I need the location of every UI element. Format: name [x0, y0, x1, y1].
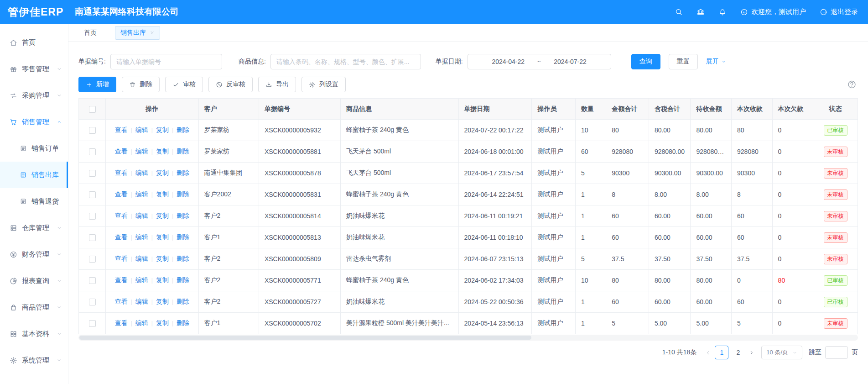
row-action-edit[interactable]: 编辑: [135, 255, 148, 262]
row-action-edit[interactable]: 编辑: [135, 190, 148, 198]
row-action-delete[interactable]: 删除: [177, 319, 189, 326]
audit-button[interactable]: 审核: [165, 77, 203, 92]
row-action-view[interactable]: 查看: [115, 147, 128, 155]
horizontal-scrollbar[interactable]: [78, 335, 858, 341]
sidebar-item-home[interactable]: 首页: [0, 29, 68, 56]
sidebar-item-purchase[interactable]: 采购管理: [0, 82, 68, 109]
tab-sales-outbound[interactable]: 销售出库: [115, 26, 160, 40]
sidebar-item-warehouse[interactable]: 仓库管理: [0, 215, 68, 241]
row-checkbox[interactable]: [89, 299, 96, 305]
sidebar-item-retail[interactable]: 零售管理: [0, 56, 68, 82]
date-range-picker[interactable]: 2024-04-22 ~ 2024-07-22: [468, 54, 611, 69]
row-action-copy[interactable]: 复制: [156, 319, 169, 326]
row-action-view[interactable]: 查看: [115, 233, 128, 241]
row-action-edit[interactable]: 编辑: [135, 319, 148, 326]
row-action-copy[interactable]: 复制: [156, 169, 169, 176]
row-action-delete[interactable]: 删除: [177, 126, 189, 133]
sidebar-item-report[interactable]: 报表查询: [0, 268, 68, 294]
sidebar-item-finance[interactable]: 财务管理: [0, 241, 68, 268]
bill-no-input[interactable]: [110, 54, 222, 69]
row-action-copy[interactable]: 复制: [156, 147, 169, 155]
sidebar-item-sales-order[interactable]: 销售订单: [0, 135, 68, 162]
action-separator: |: [172, 191, 173, 198]
row-action-edit[interactable]: 编辑: [135, 298, 148, 305]
bank-icon[interactable]: [696, 8, 705, 16]
bell-icon[interactable]: [718, 8, 727, 16]
date-start-value[interactable]: 2024-04-22: [492, 58, 525, 65]
unaudit-button[interactable]: 反审核: [208, 77, 253, 92]
reset-button[interactable]: 重置: [669, 54, 698, 69]
row-action-copy[interactable]: 复制: [156, 190, 169, 198]
row-action-copy[interactable]: 复制: [156, 276, 169, 284]
row-action-edit[interactable]: 编辑: [135, 233, 148, 241]
close-icon[interactable]: [150, 30, 155, 35]
column-settings-button[interactable]: 列设置: [301, 77, 346, 92]
row-action-view[interactable]: 查看: [115, 255, 128, 262]
row-action-view[interactable]: 查看: [115, 190, 128, 198]
row-checkbox[interactable]: [89, 320, 96, 327]
row-checkbox[interactable]: [89, 191, 96, 198]
jump-page-input[interactable]: [825, 346, 848, 359]
row-action-delete[interactable]: 删除: [177, 233, 189, 241]
row-action-view[interactable]: 查看: [115, 212, 128, 219]
row-action-delete[interactable]: 删除: [177, 212, 189, 219]
row-action-edit[interactable]: 编辑: [135, 169, 148, 176]
date-end-value[interactable]: 2024-07-22: [554, 58, 587, 65]
row-checkbox[interactable]: [89, 277, 96, 284]
page-button-1[interactable]: 1: [715, 346, 728, 359]
sidebar-item-sales[interactable]: 销售管理: [0, 109, 68, 135]
search-icon[interactable]: [675, 8, 683, 16]
row-action-delete[interactable]: 删除: [177, 276, 189, 284]
row-action-copy[interactable]: 复制: [156, 126, 169, 133]
welcome-user[interactable]: 欢迎您，测试用户: [740, 8, 806, 16]
help-icon[interactable]: [847, 80, 857, 89]
sidebar-item-system[interactable]: 系统管理: [0, 347, 68, 373]
row-checkbox[interactable]: [89, 148, 96, 155]
row-action-view[interactable]: 查看: [115, 276, 128, 284]
prev-page-button[interactable]: [705, 350, 711, 356]
row-action-delete[interactable]: 删除: [177, 298, 189, 305]
product-info-input[interactable]: [270, 54, 421, 69]
sidebar-item-product[interactable]: 商品管理: [0, 294, 68, 321]
row-action-view[interactable]: 查看: [115, 126, 128, 133]
row-action-delete[interactable]: 删除: [177, 147, 189, 155]
row-action-delete[interactable]: 删除: [177, 190, 189, 198]
row-checkbox[interactable]: [89, 127, 96, 134]
search-button[interactable]: 查询: [631, 54, 660, 69]
row-action-copy[interactable]: 复制: [156, 233, 169, 241]
tab-home[interactable]: 首页: [78, 26, 102, 40]
expand-link[interactable]: 展开: [706, 58, 727, 66]
sidebar-item-sales-outbound[interactable]: 销售出库: [0, 162, 68, 188]
row-checkbox[interactable]: [89, 213, 96, 220]
row-action-delete[interactable]: 删除: [177, 169, 189, 176]
row-action-view[interactable]: 查看: [115, 298, 128, 305]
sidebar-item-sales-return[interactable]: 销售退货: [0, 188, 68, 215]
page-button-2[interactable]: 2: [731, 346, 745, 359]
row-action-edit[interactable]: 编辑: [135, 276, 148, 284]
logout-button[interactable]: 退出登录: [820, 8, 858, 16]
row-action-edit[interactable]: 编辑: [135, 147, 148, 155]
sidebar-item-basic-data[interactable]: 基本资料: [0, 321, 68, 347]
next-page-button[interactable]: [748, 350, 754, 356]
export-button[interactable]: 导出: [258, 77, 296, 92]
row-checkbox[interactable]: [89, 234, 96, 241]
row-action-edit[interactable]: 编辑: [135, 126, 148, 133]
cart-icon: [10, 118, 17, 126]
user-smile-icon: [740, 8, 748, 16]
row-action-delete[interactable]: 删除: [177, 255, 189, 262]
grid-icon: [10, 330, 17, 338]
row-action-view[interactable]: 查看: [115, 319, 128, 326]
add-button[interactable]: 新增: [78, 77, 116, 92]
scrollbar-thumb[interactable]: [79, 336, 531, 340]
row-action-edit[interactable]: 编辑: [135, 212, 148, 219]
page-size-select[interactable]: 10 条/页: [761, 346, 802, 359]
cell-receivable: 928080.00: [691, 141, 732, 163]
row-action-copy[interactable]: 复制: [156, 212, 169, 219]
row-action-copy[interactable]: 复制: [156, 298, 169, 305]
row-action-copy[interactable]: 复制: [156, 255, 169, 262]
delete-button[interactable]: 删除: [122, 77, 160, 92]
row-checkbox[interactable]: [89, 170, 96, 177]
select-all-checkbox[interactable]: [89, 106, 96, 113]
row-checkbox[interactable]: [89, 256, 96, 263]
row-action-view[interactable]: 查看: [115, 169, 128, 176]
